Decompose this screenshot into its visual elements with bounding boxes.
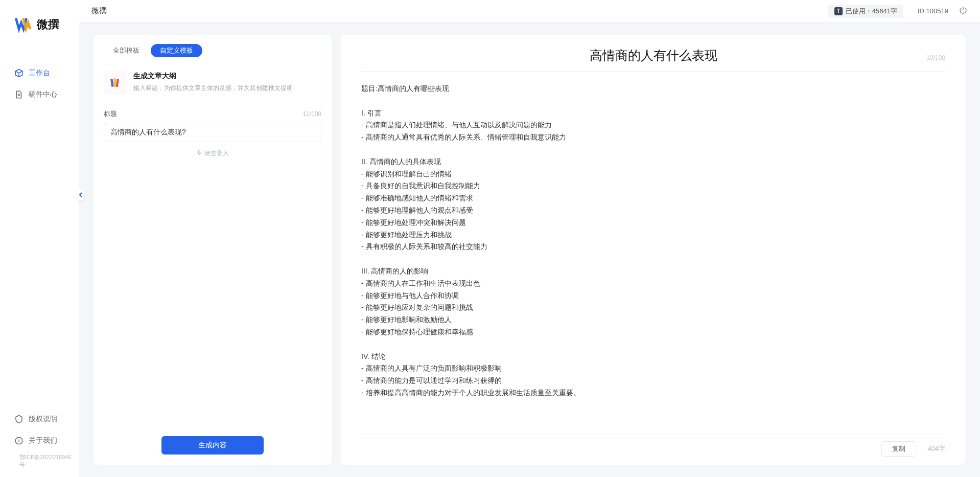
output-footer: 复制 404字 xyxy=(361,434,945,457)
badge-icon: T xyxy=(834,7,843,15)
template-card-title: 生成文章大纲 xyxy=(133,72,321,81)
output-body: 题目:高情商的人有哪些表现 I. 引言 - 高情商是指人们处理情绪、与他人互动以… xyxy=(361,83,945,428)
nav-bottom: 版权说明 关于我们 鄂ICP备2022016946号 xyxy=(0,411,79,472)
nav-label: 关于我们 xyxy=(29,436,57,445)
panel-right: 高情商的人有什么表现 10/100 题目:高情商的人有哪些表现 I. 引言 - … xyxy=(341,35,966,465)
logo: 微撰 xyxy=(0,15,79,34)
tab-all-templates[interactable]: 全部模板 xyxy=(104,44,149,57)
nav-item-about[interactable]: 关于我们 xyxy=(6,432,73,449)
main: 微撰 T 已使用：45641字 ID:100519 全部模板 自定义模板 xyxy=(79,0,980,477)
power-icon[interactable] xyxy=(959,6,968,17)
header-title: 微撰 xyxy=(91,6,107,16)
nav-item-drafts[interactable]: 稿件中心 xyxy=(6,86,73,103)
usage-chip[interactable]: T 已使用：45641字 xyxy=(828,5,903,18)
nav-main: 工作台 稿件中心 xyxy=(0,64,79,411)
output-title: 高情商的人有什么表现 xyxy=(361,47,945,64)
logo-text: 微撰 xyxy=(37,17,59,32)
word-count: 404字 xyxy=(927,444,945,453)
cube-icon xyxy=(14,69,24,78)
voice-input-button[interactable]: 请空录入 xyxy=(94,149,332,158)
nav-item-workbench[interactable]: 工作台 xyxy=(6,64,73,82)
user-id: ID:100519 xyxy=(918,7,948,15)
output-title-counter: 10/100 xyxy=(926,54,945,61)
books-icon xyxy=(104,72,126,94)
title-label: 标题 xyxy=(104,109,302,119)
title-input[interactable]: 高情商的人有什么表现? xyxy=(104,123,321,142)
content-wrapper: 全部模板 自定义模板 生成文章大纲 输入标题，为你提供文章主体的灵感， xyxy=(79,22,980,477)
generate-button[interactable]: 生成内容 xyxy=(161,436,264,455)
copy-button[interactable]: 复制 xyxy=(881,441,916,457)
title-char-counter: 11/100 xyxy=(302,110,321,118)
mic-icon xyxy=(196,150,202,157)
document-icon xyxy=(14,90,24,99)
tab-custom-templates[interactable]: 自定义模板 xyxy=(151,44,202,57)
nav-item-copyright[interactable]: 版权说明 xyxy=(6,411,73,428)
template-tabs: 全部模板 自定义模板 xyxy=(94,44,332,57)
shield-icon xyxy=(14,415,24,424)
voice-hint-text: 请空录入 xyxy=(204,149,229,158)
usage-text: 已使用：45641字 xyxy=(846,7,897,16)
panel-left: 全部模板 自定义模板 生成文章大纲 输入标题，为你提供文章主体的灵感， xyxy=(94,35,332,465)
nav-label: 稿件中心 xyxy=(29,90,57,99)
divider xyxy=(361,71,945,72)
nav-label: 工作台 xyxy=(29,69,50,78)
svg-rect-4 xyxy=(199,151,200,154)
svg-rect-1 xyxy=(110,79,113,87)
sidebar: 微撰 工作台 稿件中心 版权说明 xyxy=(0,0,79,477)
info-icon xyxy=(14,436,24,445)
svg-rect-3 xyxy=(116,79,119,87)
header: 微撰 T 已使用：45641字 ID:100519 xyxy=(79,0,980,22)
icp-text: 鄂ICP备2022016946号 xyxy=(6,453,73,469)
template-card[interactable]: 生成文章大纲 输入标题，为你提供文章主体的灵感，并为其创建推文提纲 xyxy=(94,66,332,99)
svg-rect-2 xyxy=(113,78,115,86)
template-card-desc: 输入标题，为你提供文章主体的灵感，并为其创建推文提纲 xyxy=(133,84,321,93)
logo-icon xyxy=(14,15,33,34)
sidebar-collapse-handle[interactable] xyxy=(77,189,84,200)
nav-label: 版权说明 xyxy=(29,415,57,424)
